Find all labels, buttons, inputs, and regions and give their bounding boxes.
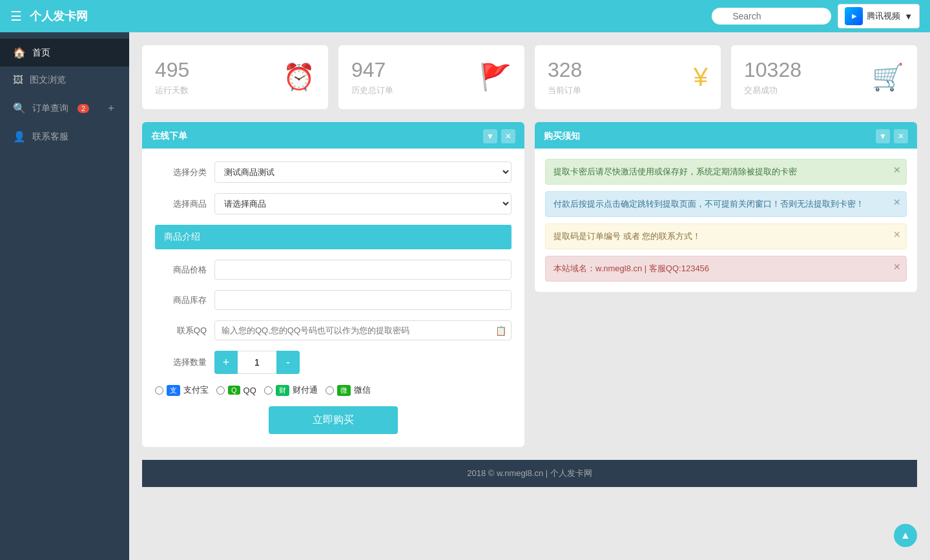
notice-close-blue[interactable]: ✕ xyxy=(893,197,901,207)
quantity-input[interactable] xyxy=(238,351,276,374)
tenpay-radio[interactable] xyxy=(264,386,273,395)
stock-label: 商品库存 xyxy=(155,295,207,306)
notice-text-yellow: 提取码是订单编号 或者 您的联系方式！ xyxy=(553,231,701,241)
stat-num-success: 10328 xyxy=(744,58,801,82)
notice-close-yellow[interactable]: ✕ xyxy=(893,229,901,240)
sidebar-item-label: 联系客服 xyxy=(32,131,68,143)
flag-icon: 🚩 xyxy=(479,62,512,92)
price-label: 商品价格 xyxy=(155,264,207,276)
notice-close-green[interactable]: ✕ xyxy=(893,165,901,175)
product-select[interactable]: 请选择商品 xyxy=(214,193,512,214)
price-input xyxy=(214,260,512,280)
stat-card-success: 10328 交易成功 🛒 xyxy=(731,45,917,109)
qq-label: 联系QQ xyxy=(155,325,207,337)
product-row: 选择商品 请选择商品 xyxy=(155,193,512,214)
quantity-controls: + - xyxy=(214,351,300,374)
plus-icon[interactable]: ＋ xyxy=(106,101,116,115)
qq-pay-label: QQ xyxy=(243,386,256,395)
product-label: 选择商品 xyxy=(155,198,207,210)
contact-icon: 👤 xyxy=(13,130,26,143)
order-panel-title: 在线下单 xyxy=(151,130,187,142)
search-icon: 🔍 xyxy=(13,102,26,114)
tencent-label: 腾讯视频 xyxy=(867,10,900,22)
notice-item-red: 本站域名：w.nmegl8.cn | 客服QQ:123456 ✕ xyxy=(545,256,907,282)
footer-text: 2018 © w.nmegl8.cn | 个人发卡网 xyxy=(467,468,592,478)
notice-panel-header: 购买须知 ▼ ✕ xyxy=(535,124,917,149)
notice-text-green: 提取卡密后请尽快激活使用或保存好，系统定期清除被提取的卡密 xyxy=(553,167,797,176)
category-select[interactable]: 测试商品测试 xyxy=(214,161,512,183)
stat-label-current: 当前订单 xyxy=(548,85,582,96)
order-panel-header: 在线下单 ▼ ✕ xyxy=(142,124,524,149)
qq-radio[interactable] xyxy=(216,386,225,395)
stat-label-success: 交易成功 xyxy=(744,85,801,96)
alipay-radio[interactable] xyxy=(155,386,163,395)
pay-option-wechat[interactable]: 微 微信 xyxy=(326,384,371,396)
pay-option-alipay[interactable]: 支 支付宝 xyxy=(155,384,209,396)
orders-badge: 2 xyxy=(78,104,89,113)
search-input[interactable] xyxy=(712,8,831,25)
footer: 2018 © w.nmegl8.cn | 个人发卡网 xyxy=(142,460,917,487)
order-panel: 在线下单 ▼ ✕ 选择分类 测试商品测试 选择商品 xyxy=(142,122,524,447)
sidebar-item-label: 图文浏览 xyxy=(30,74,66,86)
sidebar: 🏠 首页 🖼 图文浏览 🔍 订单查询 2 ＋ 👤 联系客服 xyxy=(0,32,129,560)
tenpay-icon: 财 xyxy=(276,385,289,396)
yen-icon: ¥ xyxy=(694,63,708,92)
qq-row: 联系QQ 📋 xyxy=(155,320,512,340)
notice-minimize-button[interactable]: ▼ xyxy=(876,129,890,143)
gallery-icon: 🖼 xyxy=(13,74,23,86)
sidebar-item-home[interactable]: 🏠 首页 xyxy=(0,39,129,67)
qty-plus-button[interactable]: + xyxy=(214,351,238,374)
stat-num-days: 495 xyxy=(155,58,189,82)
pay-option-tenpay[interactable]: 财 财付通 xyxy=(264,384,318,396)
quantity-label: 选择数量 xyxy=(155,357,207,368)
notice-panel: 购买须知 ▼ ✕ 提取卡密后请尽快激活使用或保存好，系统定期清除被提取的卡密 ✕… xyxy=(535,122,917,292)
pay-option-qq[interactable]: Q QQ xyxy=(216,384,256,396)
notice-close-button[interactable]: ✕ xyxy=(894,129,908,143)
stat-card-orders: 947 历史总订单 🚩 xyxy=(338,45,524,109)
notice-close-red[interactable]: ✕ xyxy=(893,262,901,272)
order-minimize-button[interactable]: ▼ xyxy=(483,129,497,143)
product-intro-bar: 商品介绍 xyxy=(155,225,512,249)
clock-icon: ⏰ xyxy=(283,62,315,92)
sidebar-item-gallery[interactable]: 🖼 图文浏览 xyxy=(0,67,129,94)
quantity-row: 选择数量 + - xyxy=(155,351,512,374)
alipay-label: 支付宝 xyxy=(183,384,209,396)
tenpay-label: 财付通 xyxy=(293,384,318,396)
search-wrap: 🔍 xyxy=(712,8,831,25)
notice-panel-controls: ▼ ✕ xyxy=(876,129,908,143)
sidebar-item-contact[interactable]: 👤 联系客服 xyxy=(0,123,129,150)
stat-label-orders: 历史总订单 xyxy=(351,85,393,96)
order-close-button[interactable]: ✕ xyxy=(501,129,515,143)
sidebar-item-label: 订单查询 xyxy=(32,103,68,114)
menu-icon[interactable]: ☰ xyxy=(10,8,22,24)
category-row: 选择分类 测试商品测试 xyxy=(155,161,512,183)
stat-num-current: 328 xyxy=(548,58,582,82)
qq-icon: 📋 xyxy=(495,326,506,336)
notice-panel-title: 购买须知 xyxy=(544,130,580,142)
wechat-label: 微信 xyxy=(354,384,371,396)
home-icon: 🏠 xyxy=(13,47,26,59)
notice-text-red: 本站域名：w.nmegl8.cn | 客服QQ:123456 xyxy=(553,264,709,273)
wechat-radio[interactable] xyxy=(326,386,334,395)
two-col-layout: 在线下单 ▼ ✕ 选择分类 测试商品测试 选择商品 xyxy=(142,122,917,447)
qq-input[interactable] xyxy=(214,320,512,340)
sidebar-item-orders[interactable]: 🔍 订单查询 2 ＋ xyxy=(0,94,129,123)
tencent-logo: ▶ xyxy=(845,7,863,25)
scroll-top-button[interactable]: ▲ xyxy=(894,524,917,547)
qq-pay-icon: Q xyxy=(228,386,240,395)
notice-body: 提取卡密后请尽快激活使用或保存好，系统定期清除被提取的卡密 ✕ 付款后按提示点击… xyxy=(535,149,917,292)
stat-num-orders: 947 xyxy=(351,58,393,82)
price-row: 商品价格 xyxy=(155,260,512,280)
notice-item-yellow: 提取码是订单编号 或者 您的联系方式！ ✕ xyxy=(545,223,907,249)
stat-cards: 495 运行天数 ⏰ 947 历史总订单 🚩 328 当前订单 ¥ 10328 … xyxy=(142,45,917,109)
main-content: 495 运行天数 ⏰ 947 历史总订单 🚩 328 当前订单 ¥ 10328 … xyxy=(129,32,930,534)
qty-minus-button[interactable]: - xyxy=(276,351,300,374)
notice-item-blue: 付款后按提示点击确定跳转到提取页面，不可提前关闭窗口！否则无法提取到卡密！ ✕ xyxy=(545,191,907,217)
tencent-video-button[interactable]: ▶ 腾讯视频 ▼ xyxy=(838,4,920,28)
order-panel-body: 选择分类 测试商品测试 选择商品 请选择商品 商品介绍 商品价格 xyxy=(142,149,524,447)
payment-options: 支 支付宝 Q QQ 财 财付通 微 xyxy=(155,384,512,396)
order-panel-controls: ▼ ✕ xyxy=(483,129,515,143)
stat-card-current: 328 当前订单 ¥ xyxy=(535,45,721,109)
cart-icon: 🛒 xyxy=(872,62,904,92)
buy-button[interactable]: 立即购买 xyxy=(269,406,398,434)
